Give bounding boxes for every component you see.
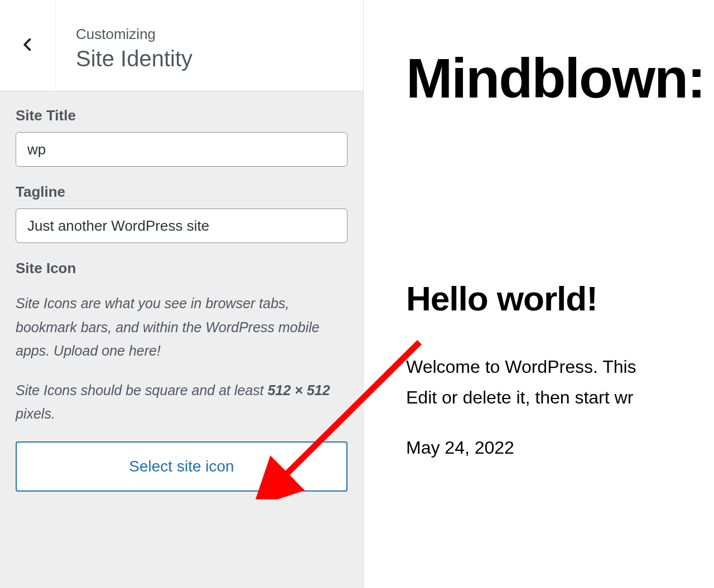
preview-post-body: Welcome to WordPress. This Edit or delet… bbox=[406, 352, 714, 413]
page-title: Site Identity bbox=[76, 46, 192, 71]
preview-site-heading: Mindblown: bbox=[406, 50, 714, 106]
preview-post-line2: Edit or delete it, then start wr bbox=[406, 387, 633, 407]
header-title-block: Customizing Site Identity bbox=[56, 0, 192, 91]
site-icon-desc-2-bold: 512 × 512 bbox=[268, 382, 330, 398]
preview-post-line1: Welcome to WordPress. This bbox=[406, 357, 636, 377]
tagline-input[interactable] bbox=[16, 208, 348, 243]
chevron-left-icon bbox=[20, 37, 36, 55]
customizer-sidebar: Customizing Site Identity Site Title Tag… bbox=[0, 0, 364, 588]
site-title-group: Site Title bbox=[16, 107, 348, 167]
breadcrumb: Customizing bbox=[76, 26, 192, 43]
site-icon-desc-2: Site Icons should be square and at least… bbox=[16, 378, 348, 426]
tagline-group: Tagline bbox=[16, 183, 348, 243]
preview-post-date: May 24, 2022 bbox=[406, 438, 714, 458]
site-icon-label: Site Icon bbox=[16, 260, 348, 277]
site-preview: Mindblown: Hello world! Welcome to WordP… bbox=[364, 0, 714, 588]
preview-post-title[interactable]: Hello world! bbox=[406, 279, 714, 318]
back-button[interactable] bbox=[0, 0, 56, 91]
tagline-label: Tagline bbox=[16, 183, 348, 201]
site-title-input[interactable] bbox=[16, 132, 348, 167]
panel-body: Site Title Tagline Site Icon Site Icons … bbox=[0, 91, 363, 588]
site-icon-desc-2-suffix: pixels. bbox=[16, 406, 55, 421]
site-icon-desc-2-prefix: Site Icons should be square and at least bbox=[16, 382, 268, 398]
customizer-header: Customizing Site Identity bbox=[0, 0, 363, 91]
site-title-label: Site Title bbox=[16, 107, 348, 124]
site-icon-desc-1: Site Icons are what you see in browser t… bbox=[16, 291, 348, 363]
select-site-icon-button[interactable]: Select site icon bbox=[16, 441, 348, 492]
